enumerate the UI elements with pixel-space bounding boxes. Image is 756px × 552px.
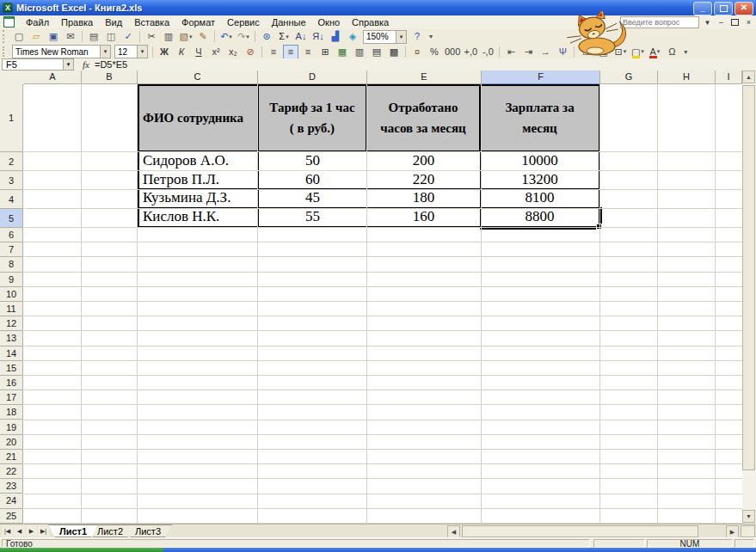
copy-icon[interactable]: ▥ [161,29,176,44]
sheet-tab-1[interactable]: Лист1 [48,524,98,537]
chevron-down-icon[interactable]: ▾ [63,59,73,70]
menu-item-8[interactable]: Справка [346,16,395,28]
workbook-close-button[interactable]: × [743,17,754,28]
name-box[interactable]: F5 ▾ [2,58,74,71]
row-header-10[interactable]: 10 [0,287,23,302]
currency-icon[interactable]: ¤ [409,45,425,59]
table-cell[interactable]: 60 [259,171,367,189]
start-button-fragment[interactable] [0,548,163,552]
vertical-scroll-thumb[interactable] [742,85,755,470]
menu-item-3[interactable]: Вставка [128,16,175,28]
first-sheet-icon[interactable]: |◀ [2,525,13,537]
sort-descending-icon[interactable]: Я↓ [310,29,326,44]
table-cell[interactable]: 180 [367,189,481,207]
table-cell[interactable]: 200 [367,152,481,170]
table-cell[interactable]: Кузьмина Д.З. [139,189,259,207]
fx-icon[interactable]: fx [83,59,89,70]
autosum-icon[interactable]: Σ▾ [276,29,292,44]
redo-icon[interactable]: ↷▾ [236,29,251,44]
open-folder-icon[interactable]: ▱ [28,29,44,44]
cut-icon[interactable]: ✂ [144,29,159,44]
scroll-up-icon[interactable]: ▲ [742,71,755,83]
table-cell[interactable]: 55 [259,208,367,226]
row-header-19[interactable]: 19 [0,420,23,434]
zoom-combo[interactable]: 150%▾ [363,30,407,44]
row-header-20[interactable]: 20 [0,435,23,450]
column-header-A[interactable]: A [24,71,82,84]
thousands-icon[interactable]: 000 [444,45,461,59]
email-icon[interactable]: ✉ [63,29,78,44]
row-header-4[interactable]: 4 [0,190,23,209]
chevron-down-icon[interactable]: ▾ [657,48,661,55]
column-header-D[interactable]: D [258,71,367,84]
chevron-down-icon[interactable]: ▾ [641,48,644,55]
scroll-right-icon[interactable]: ▶ [726,525,739,538]
paste-icon[interactable]: ▧▾ [178,29,194,44]
decrease-indent-icon[interactable]: ⇤ [503,45,519,59]
column-header-G[interactable]: G [600,71,658,84]
align-center-icon[interactable]: ≡ [283,45,298,59]
table-header-cell[interactable]: Отработано часов за месяц [367,86,481,152]
horizontal-scroll-thumb[interactable] [462,525,698,537]
chart-wizard-icon[interactable]: ▟ [328,29,343,44]
workbook-minimize-button[interactable]: – [716,17,727,28]
next-sheet-icon[interactable]: ▶ [26,525,37,537]
workbook-restore-button[interactable] [729,17,741,28]
formula-input[interactable]: =D5*E5 [95,59,127,70]
row-header-3[interactable]: 3 [0,171,23,190]
toolbar-grip[interactable] [3,46,8,58]
row-header-12[interactable]: 12 [0,316,23,331]
decrease-decimal-icon[interactable]: -,0 [480,45,495,59]
align-right-icon[interactable]: ≡ [300,45,316,59]
columns-icon[interactable]: ▥ [352,45,367,59]
chevron-down-icon[interactable]: ▾ [229,34,232,40]
font-size-combo[interactable]: 12▾ [114,45,148,58]
chevron-down-icon[interactable]: ▾ [246,34,249,40]
drawing-icon[interactable]: ◈ [345,29,360,44]
erase-format-icon[interactable]: ⊘ [243,45,258,59]
row-header-22[interactable]: 22 [0,464,23,479]
table-header-cell[interactable]: Зарплата за месяц [481,86,599,152]
toolbar-options-icon[interactable]: ▾ [684,48,687,56]
new-document-icon[interactable]: ▢ [11,29,27,44]
spreadsheet-cells[interactable]: ФИО сотрудникаТариф за 1 час ( в руб.)От… [24,84,742,524]
symbol-omega-icon[interactable]: Ω [664,45,679,59]
align-left-icon[interactable]: ≡ [266,45,281,59]
table-cell[interactable]: 45 [259,189,367,207]
column-header-B[interactable]: B [82,71,138,84]
row-header-25[interactable]: 25 [0,509,23,524]
previous-sheet-icon[interactable]: ◀ [14,525,25,537]
increase-decimal-icon[interactable]: +,0 [463,45,478,59]
table-header-cell[interactable]: ФИО сотрудника [139,86,259,152]
row-header-18[interactable]: 18 [0,405,23,420]
menu-item-7[interactable]: Окно [312,16,347,28]
rows-icon[interactable]: ▤ [369,45,384,59]
undo-icon[interactable]: ↶▾ [218,29,234,44]
row-header-17[interactable]: 17 [0,390,23,405]
table-cell[interactable]: 160 [367,208,481,226]
workbook-icon[interactable] [3,16,15,28]
merge-center-icon[interactable]: ⊞ [317,45,333,59]
vertical-scrollbar[interactable]: ▲ ▼ [742,71,756,524]
office-assistant-cat[interactable] [564,11,633,56]
question-dropdown-icon[interactable]: ▾ [702,17,713,28]
chevron-down-icon[interactable]: ▾ [137,46,147,58]
save-icon[interactable]: ▣ [46,29,61,44]
toolbar-options-icon[interactable]: ▾ [429,33,433,40]
table-cell[interactable]: Кислов Н.К. [139,208,259,226]
row-header-5[interactable]: 5 [0,209,23,228]
hyperlink-icon[interactable]: ⊛ [259,29,274,44]
column-header-E[interactable]: E [367,71,482,84]
chevron-down-icon[interactable]: ▾ [189,34,193,40]
menu-item-6[interactable]: Данные [266,16,312,28]
font-name-combo[interactable]: Times New Roman▾ [12,45,111,58]
column-header-I[interactable]: I [716,71,742,84]
percent-icon[interactable]: % [427,45,442,59]
chevron-down-icon[interactable]: ▾ [396,31,406,43]
close-button[interactable]: ✕ [734,2,753,15]
row-header-13[interactable]: 13 [0,331,23,346]
chevron-down-icon[interactable]: ▾ [100,46,110,58]
table-cell[interactable]: Сидоров А.О. [139,152,259,170]
row-header-21[interactable]: 21 [0,450,23,464]
chevron-down-icon[interactable]: ▾ [286,34,289,40]
